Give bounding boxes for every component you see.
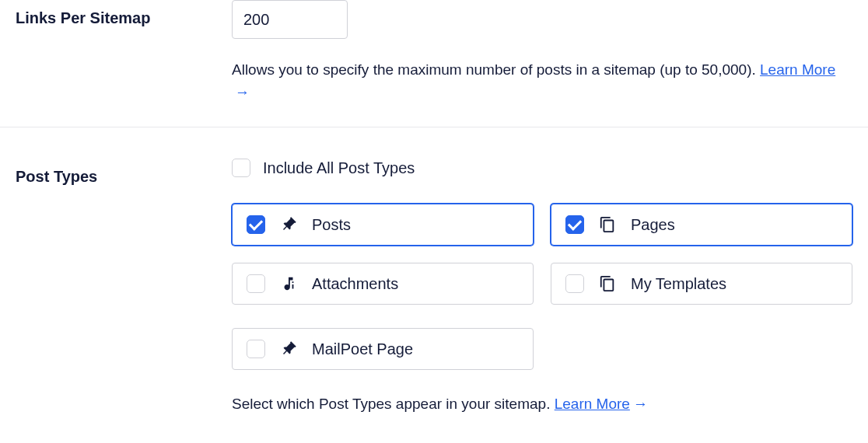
post-types-content: Include All Post Types Posts Pages Attac…: [232, 159, 852, 416]
include-all-row: Include All Post Types: [232, 159, 852, 177]
post-type-card-attachments[interactable]: Attachments: [232, 263, 534, 305]
media-icon: [279, 274, 298, 293]
pin-icon: [279, 215, 298, 234]
copy-icon: [598, 215, 617, 234]
pin-icon: [279, 340, 298, 358]
include-all-label: Include All Post Types: [263, 159, 415, 177]
pages-card-label: Pages: [631, 216, 675, 234]
post-types-help: Select which Post Types appear in your s…: [232, 393, 852, 416]
help-text-prefix: Select which Post Types appear in your s…: [232, 396, 555, 412]
post-types-row: Post Types Include All Post Types Posts …: [0, 127, 868, 416]
my-templates-card-label: My Templates: [631, 275, 726, 293]
post-type-card-pages[interactable]: Pages: [551, 204, 852, 246]
copy-icon: [598, 274, 617, 293]
links-per-sitemap-help: Allows you to specify the maximum number…: [232, 59, 852, 103]
help-text-prefix: Allows you to specify the maximum number…: [232, 61, 760, 78]
arrow-right-icon: →: [235, 82, 250, 104]
links-per-sitemap-label: Links Per Sitemap: [16, 0, 232, 103]
post-types-grid: Posts Pages Attachments My Templates: [232, 204, 852, 305]
posts-card-label: Posts: [312, 216, 351, 234]
arrow-right-icon: →: [633, 393, 648, 416]
links-per-sitemap-input[interactable]: [232, 0, 348, 39]
mailpoet-page-checkbox[interactable]: [247, 340, 265, 358]
post-type-card-mailpoet-page[interactable]: MailPoet Page: [232, 328, 534, 370]
post-types-grid-row2: MailPoet Page: [232, 328, 852, 370]
links-per-sitemap-content: Allows you to specify the maximum number…: [232, 0, 852, 103]
attachments-checkbox[interactable]: [247, 274, 265, 293]
learn-more-link[interactable]: Learn More →: [555, 396, 648, 412]
post-types-label: Post Types: [16, 159, 232, 416]
attachments-card-label: Attachments: [312, 275, 398, 293]
mailpoet-page-card-label: MailPoet Page: [312, 340, 413, 358]
posts-checkbox[interactable]: [247, 215, 265, 234]
include-all-checkbox[interactable]: [232, 159, 250, 177]
my-templates-checkbox[interactable]: [565, 274, 584, 293]
pages-checkbox[interactable]: [565, 215, 584, 234]
post-type-card-my-templates[interactable]: My Templates: [551, 263, 852, 305]
links-per-sitemap-row: Links Per Sitemap Allows you to specify …: [0, 0, 868, 103]
post-type-card-posts[interactable]: Posts: [232, 204, 534, 246]
